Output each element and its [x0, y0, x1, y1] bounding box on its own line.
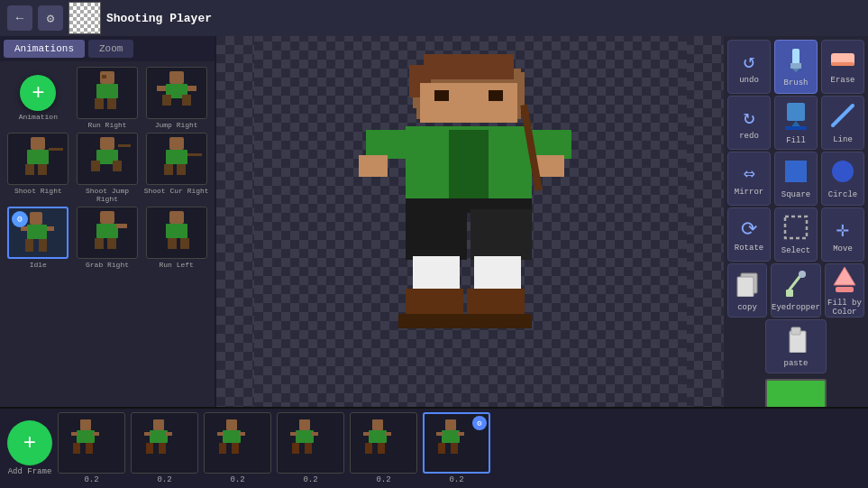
add-frame-label: Add Frame — [8, 467, 52, 476]
undo-icon: ↺ — [743, 50, 754, 74]
bottom-bar: + Add Frame 0.2 — [0, 407, 868, 488]
svg-rect-4 — [107, 98, 116, 109]
svg-rect-47 — [420, 83, 517, 123]
frame-item[interactable]: 0.2 — [131, 412, 198, 484]
mirror-button[interactable]: ⇔ Mirror — [727, 152, 771, 206]
list-item[interactable]: Jump Right — [143, 67, 209, 129]
svg-rect-21 — [169, 137, 184, 150]
svg-rect-13 — [25, 164, 34, 175]
svg-rect-119 — [438, 443, 445, 454]
svg-rect-10 — [187, 86, 196, 91]
frame-duration-4: 0.2 — [303, 475, 317, 484]
svg-rect-36 — [116, 224, 127, 228]
svg-rect-37 — [169, 211, 184, 224]
anim-thumb-shoot-cur-right — [146, 133, 207, 185]
erase-button[interactable]: Erase — [821, 40, 864, 94]
tab-animations[interactable]: Animations — [4, 40, 85, 58]
anim-label-idle: Idle — [30, 261, 47, 269]
svg-rect-100 — [223, 430, 241, 443]
line-button[interactable]: Line — [821, 96, 864, 150]
add-animation-label: Animation — [19, 113, 58, 121]
circle-button[interactable]: Circle — [821, 152, 864, 206]
move-label: Move — [833, 244, 853, 253]
svg-rect-117 — [445, 419, 456, 430]
add-frame-button[interactable]: + — [7, 420, 52, 465]
svg-rect-77 — [785, 216, 807, 238]
move-button[interactable]: ✛ Move — [821, 207, 864, 262]
rotate-icon: ⟳ — [741, 217, 757, 242]
add-animation-button[interactable]: + — [20, 75, 56, 111]
svg-rect-26 — [30, 212, 42, 225]
frame-duration-6: 0.2 — [449, 475, 463, 484]
undo-button[interactable]: ↺ undo — [727, 40, 771, 94]
frame-thumb-6: ⚙ — [423, 412, 490, 474]
list-item[interactable]: Shoot Cur Right — [143, 133, 209, 203]
frame-item[interactable]: ⚙ 0.2 — [423, 412, 490, 484]
svg-rect-29 — [39, 239, 47, 252]
list-item[interactable]: ⚙ Idle — [5, 207, 71, 269]
list-item[interactable]: Run Left — [143, 207, 209, 269]
eyedropper-button[interactable]: Eyedropper — [771, 263, 821, 318]
color-swatch[interactable] — [765, 379, 827, 407]
svg-rect-48 — [434, 90, 449, 101]
rotate-button[interactable]: ⟳ Rotate — [727, 207, 771, 262]
svg-rect-53 — [532, 130, 571, 159]
frame-thumb-4 — [277, 412, 344, 474]
frame-item[interactable]: 0.2 — [204, 412, 271, 484]
frame-item[interactable]: 0.2 — [277, 412, 344, 484]
list-item[interactable]: Grab Right — [75, 207, 141, 269]
panel-tabs: Animations Zoom — [0, 36, 215, 61]
frame-item[interactable]: 0.2 — [350, 412, 417, 484]
list-item[interactable]: Shoot Jump Right — [75, 133, 141, 203]
svg-rect-122 — [458, 432, 464, 436]
svg-rect-31 — [47, 226, 54, 231]
svg-rect-115 — [363, 432, 370, 436]
svg-rect-15 — [49, 148, 63, 151]
frame-item[interactable]: 0.2 — [58, 412, 125, 484]
svg-point-76 — [832, 161, 854, 182]
copy-button[interactable]: copy — [727, 263, 767, 318]
svg-rect-94 — [150, 430, 168, 443]
svg-rect-33 — [96, 224, 118, 238]
svg-rect-90 — [86, 443, 93, 454]
fill-button[interactable]: Fill — [774, 96, 818, 150]
svg-rect-11 — [31, 137, 45, 150]
redo-button[interactable]: ↻ redo — [727, 96, 771, 150]
svg-rect-54 — [359, 155, 388, 177]
svg-rect-89 — [73, 443, 80, 454]
svg-rect-106 — [296, 430, 314, 443]
erase-label: Erase — [830, 76, 854, 85]
tab-zoom[interactable]: Zoom — [88, 40, 133, 58]
svg-rect-27 — [27, 225, 47, 239]
svg-rect-73 — [785, 126, 807, 130]
anim-label-run-left: Run Left — [159, 261, 193, 269]
frame-thumb-2 — [131, 412, 198, 474]
anim-thumb-idle: ⚙ — [7, 207, 69, 259]
svg-rect-24 — [177, 164, 186, 175]
redo-label: redo — [739, 132, 759, 141]
svg-rect-49 — [489, 90, 503, 101]
select-button[interactable]: Select — [774, 207, 818, 262]
anim-thumb-shoot-jump-right — [77, 133, 138, 185]
svg-rect-28 — [25, 239, 33, 252]
svg-rect-88 — [77, 430, 95, 443]
svg-rect-12 — [27, 150, 49, 164]
svg-rect-9 — [157, 86, 166, 91]
svg-rect-91 — [71, 432, 78, 436]
anim-label-jump-right: Jump Right — [155, 121, 198, 129]
list-item[interactable]: Shoot Right — [5, 133, 71, 203]
back-button[interactable]: ← — [7, 5, 32, 31]
svg-rect-103 — [217, 432, 224, 436]
fill-by-color-icon — [832, 265, 857, 297]
svg-rect-19 — [113, 161, 122, 171]
canvas-area[interactable] — [254, 36, 687, 407]
square-icon — [783, 159, 809, 189]
frame-duration-2: 0.2 — [157, 475, 171, 484]
center-canvas[interactable] — [216, 36, 724, 407]
square-button[interactable]: Square — [774, 152, 818, 206]
list-item[interactable]: Run Right — [75, 67, 141, 129]
settings-button[interactable]: ⚙ — [38, 5, 63, 31]
fill-by-color-button[interactable]: Fill by Color — [825, 263, 864, 318]
paste-button[interactable]: paste — [765, 319, 827, 373]
brush-button[interactable]: Brush — [774, 40, 818, 94]
